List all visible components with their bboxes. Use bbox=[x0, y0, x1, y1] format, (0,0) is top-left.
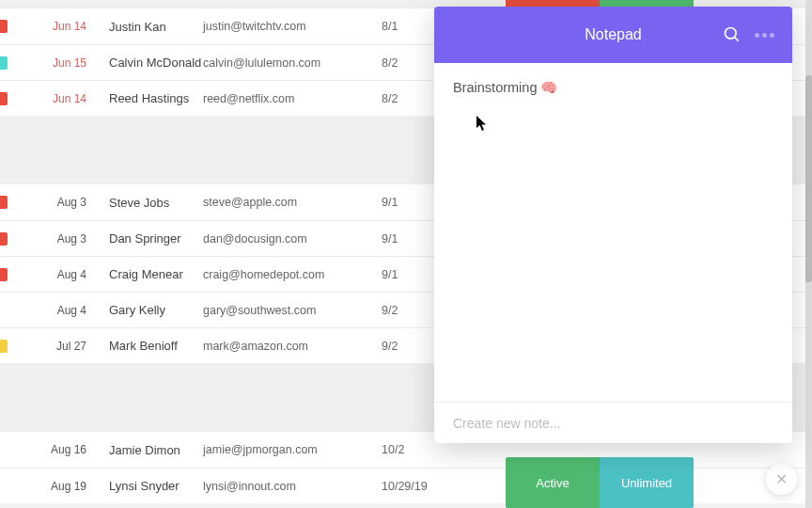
search-icon[interactable] bbox=[723, 25, 742, 44]
status-unlimited[interactable]: Unlimited bbox=[600, 457, 694, 508]
row-date: Aug 4 bbox=[0, 268, 109, 281]
status-top-strip bbox=[506, 0, 694, 7]
note-item[interactable]: Brainstorming 🧠 bbox=[453, 80, 773, 96]
svg-point-0 bbox=[726, 28, 737, 40]
row-email: calvin@lululemon.com bbox=[203, 56, 382, 70]
row-due: 9/2 bbox=[382, 304, 438, 317]
row-name: Dan Springer bbox=[109, 231, 203, 246]
row-date: Jul 27 bbox=[0, 340, 109, 353]
row-due: 10/29/19 bbox=[382, 480, 438, 493]
row-due: 10/2 bbox=[382, 443, 438, 456]
notepad-panel: Notepad Brainstorming 🧠 Create new note.… bbox=[434, 7, 792, 443]
row-email: mark@amazon.com bbox=[203, 340, 382, 353]
row-email: lynsi@innout.com bbox=[203, 480, 382, 493]
row-due: 9/2 bbox=[382, 340, 438, 353]
row-email: reed@netflix.com bbox=[203, 92, 382, 105]
row-date: Jun 14 bbox=[0, 20, 109, 33]
row-name: Craig Menear bbox=[109, 267, 203, 281]
row-email: gary@southwest.com bbox=[203, 304, 382, 317]
create-note-placeholder: Create new note... bbox=[453, 416, 560, 431]
row-due: 9/1 bbox=[382, 196, 438, 209]
scrollbar-thumb[interactable] bbox=[805, 75, 812, 282]
more-icon[interactable] bbox=[755, 25, 777, 44]
row-flag bbox=[0, 20, 8, 33]
row-due: 8/2 bbox=[382, 56, 438, 70]
scrollbar[interactable] bbox=[805, 0, 812, 508]
row-flag bbox=[0, 196, 8, 209]
close-button[interactable]: ✕ bbox=[766, 464, 797, 495]
row-due: 8/1 bbox=[382, 20, 438, 33]
row-date: Aug 16 bbox=[0, 443, 109, 456]
row-flag bbox=[0, 92, 8, 105]
row-flag bbox=[0, 56, 8, 70]
status-active[interactable]: Active bbox=[506, 457, 600, 508]
create-note-input[interactable]: Create new note... bbox=[434, 402, 792, 443]
row-date: Aug 3 bbox=[0, 232, 109, 246]
row-date: Jun 15 bbox=[0, 56, 109, 70]
close-icon: ✕ bbox=[775, 470, 788, 488]
notepad-header: Notepad bbox=[434, 7, 792, 63]
row-name: Steve Jobs bbox=[109, 196, 203, 210]
row-name: Lynsi Snyder bbox=[109, 479, 203, 493]
row-name: Gary Kelly bbox=[109, 303, 203, 317]
row-name: Mark Benioff bbox=[109, 339, 203, 353]
row-email: justin@twitchtv.com bbox=[203, 20, 382, 33]
status-pill[interactable]: Active Unlimited bbox=[506, 457, 694, 508]
row-email: jamie@jpmorgan.com bbox=[203, 443, 382, 456]
row-name: Calvin McDonald bbox=[109, 56, 203, 70]
row-date: Aug 19 bbox=[0, 480, 109, 493]
row-date: Aug 3 bbox=[0, 196, 109, 209]
notepad-body[interactable]: Brainstorming 🧠 bbox=[434, 63, 792, 402]
row-due: 8/2 bbox=[382, 92, 438, 105]
row-due: 9/1 bbox=[382, 232, 438, 246]
row-flag bbox=[0, 268, 8, 281]
row-name: Justin Kan bbox=[109, 20, 203, 34]
row-flag bbox=[0, 340, 8, 353]
row-due: 9/1 bbox=[382, 268, 438, 281]
row-email: craig@homedepot.com bbox=[203, 268, 382, 281]
row-name: Jamie Dimon bbox=[109, 443, 203, 457]
row-date: Aug 4 bbox=[0, 304, 109, 317]
row-date: Jun 14 bbox=[0, 92, 109, 105]
row-flag bbox=[0, 232, 8, 246]
cursor-icon bbox=[476, 115, 489, 132]
notepad-title: Notepad bbox=[585, 26, 642, 43]
row-name: Reed Hastings bbox=[109, 91, 203, 105]
row-email: steve@apple.com bbox=[203, 196, 382, 209]
row-email: dan@docusign.com bbox=[203, 232, 382, 246]
svg-line-1 bbox=[735, 38, 739, 41]
